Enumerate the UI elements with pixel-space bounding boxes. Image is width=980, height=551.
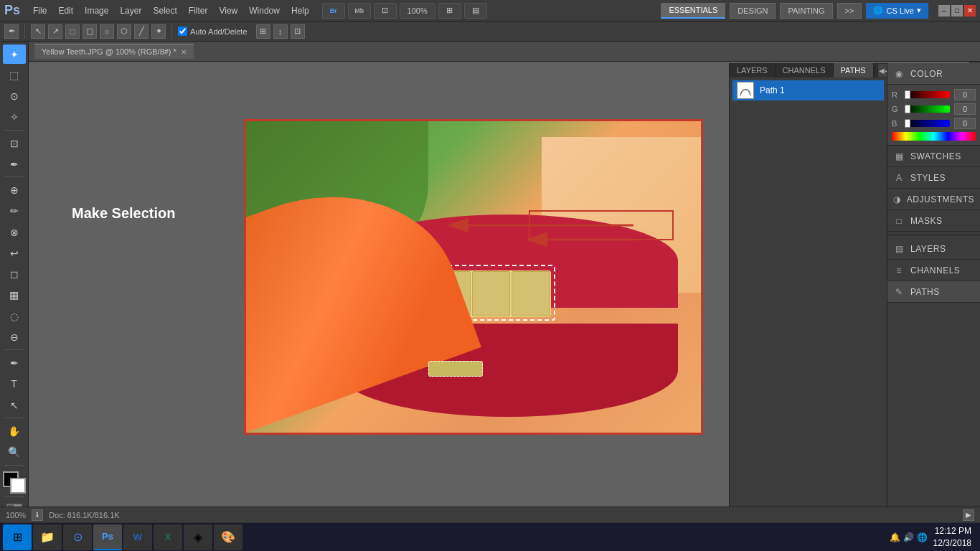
tray-volume[interactable]: 🔊 bbox=[903, 532, 914, 542]
tab-close-icon[interactable]: ✕ bbox=[181, 48, 187, 56]
tab-paths[interactable]: PATHS bbox=[834, 63, 874, 77]
styles-panel-item[interactable]: A STYLES bbox=[887, 167, 980, 189]
color-panel-item[interactable]: ◉ COLOR bbox=[887, 63, 980, 85]
system-clock[interactable]: 12:12 PM 12/3/2018 bbox=[933, 525, 971, 550]
screen-mode-icon[interactable]: ⊡ bbox=[374, 3, 397, 19]
close-button[interactable]: ✕ bbox=[964, 5, 976, 17]
slider-r[interactable] bbox=[905, 91, 950, 98]
slider-g-handle[interactable] bbox=[905, 105, 910, 113]
path-select-b[interactable]: ↗ bbox=[48, 24, 62, 39]
color-spectrum[interactable] bbox=[892, 132, 976, 141]
path-ops-icon[interactable]: ⊞ bbox=[256, 24, 270, 39]
workspace-painting[interactable]: PAINTING bbox=[780, 3, 832, 19]
tool-move[interactable]: ✦ bbox=[3, 44, 26, 64]
shape-polygon[interactable]: ⬡ bbox=[117, 24, 131, 39]
minimize-button[interactable]: – bbox=[938, 5, 950, 17]
path-select-a[interactable]: ↖ bbox=[31, 24, 45, 39]
main-layout: ✦ ⬚ ⊙ ✧ ⊡ ✒ ⊕ ✏ ⊗ ↩ ◻ ▦ ◌ ⊖ ✒ T ↖ ✋ 🔍 bbox=[0, 42, 980, 522]
background-color[interactable] bbox=[10, 478, 26, 494]
auto-add-delete-checkbox[interactable]: Auto Add/Delete bbox=[178, 27, 248, 36]
maximize-button[interactable]: □ bbox=[951, 5, 963, 17]
slider-b[interactable] bbox=[905, 120, 950, 127]
mini-bridge-icon[interactable]: Mb bbox=[348, 3, 371, 19]
channels-panel-item[interactable]: ≡ CHANNELS bbox=[887, 260, 980, 281]
status-nav-icon[interactable]: ▶ bbox=[963, 509, 974, 521]
tray-network[interactable]: 🌐 bbox=[917, 532, 928, 542]
workspace-design[interactable]: DESIGN bbox=[730, 3, 776, 19]
slider-r-handle[interactable] bbox=[905, 90, 910, 99]
menu-file[interactable]: File bbox=[27, 0, 52, 21]
menu-image[interactable]: Image bbox=[79, 0, 114, 21]
taskbar-file-explorer[interactable]: 📁 bbox=[33, 524, 62, 550]
shape-line[interactable]: ╱ bbox=[134, 24, 149, 39]
tool-eyedropper[interactable]: ✒ bbox=[3, 154, 26, 174]
tool-lasso[interactable]: ⊙ bbox=[3, 87, 26, 106]
slider-g-value[interactable]: 0 bbox=[954, 103, 976, 115]
path-combine-icon[interactable]: ⊡ bbox=[291, 24, 305, 39]
tool-brush[interactable]: ✏ bbox=[3, 202, 26, 221]
menu-select[interactable]: Select bbox=[147, 0, 182, 21]
tool-magic-wand[interactable]: ✧ bbox=[3, 108, 26, 127]
cs-live-button[interactable]: 🌐 CS Live ▾ bbox=[866, 3, 928, 19]
layout-icon[interactable]: ▤ bbox=[464, 3, 487, 19]
adjustments-panel-item[interactable]: ◑ ADJUSTMENTS bbox=[887, 189, 980, 210]
shape-ellipse[interactable]: ○ bbox=[100, 24, 114, 39]
path-align-icon[interactable]: ↕ bbox=[273, 24, 288, 39]
taskbar-app6[interactable]: ◈ bbox=[184, 524, 212, 550]
lcp-tabs: LAYERS CHANNELS PATHS ◀◀ ≡ bbox=[730, 63, 887, 77]
workspace-essentials[interactable]: ESSENTIALS bbox=[661, 3, 725, 19]
menu-layer[interactable]: Layer bbox=[114, 0, 147, 21]
menu-help[interactable]: Help bbox=[286, 0, 315, 21]
excel-icon: X bbox=[165, 532, 171, 542]
tool-gradient[interactable]: ▦ bbox=[3, 286, 26, 305]
shape-rounded[interactable]: ▢ bbox=[83, 24, 97, 39]
layers-panel-item[interactable]: ▤ LAYERS bbox=[887, 238, 980, 260]
taskbar-chrome[interactable]: ⊙ bbox=[63, 524, 92, 550]
menu-filter[interactable]: Filter bbox=[183, 0, 214, 21]
shape-custom[interactable]: ✦ bbox=[151, 24, 166, 39]
menu-window[interactable]: Window bbox=[243, 0, 286, 21]
menu-edit[interactable]: Edit bbox=[52, 0, 79, 21]
tab-layers[interactable]: LAYERS bbox=[730, 63, 776, 77]
tool-pen[interactable]: ✒ bbox=[3, 353, 26, 372]
tool-dodge[interactable]: ⊖ bbox=[3, 327, 26, 347]
taskbar-word[interactable]: W bbox=[123, 524, 152, 550]
menu-view[interactable]: View bbox=[213, 0, 243, 21]
start-button[interactable]: ⊞ bbox=[3, 524, 32, 550]
tool-crop[interactable]: ⊡ bbox=[3, 133, 26, 153]
canvas-image-area[interactable] bbox=[244, 119, 703, 435]
tool-eraser[interactable]: ◻ bbox=[3, 264, 26, 283]
tray-notify[interactable]: 🔔 bbox=[890, 532, 900, 542]
tool-blur[interactable]: ◌ bbox=[3, 306, 26, 326]
tool-path-select[interactable]: ↖ bbox=[3, 395, 26, 415]
tool-zoom[interactable]: 🔍 bbox=[3, 442, 26, 461]
slider-g[interactable] bbox=[905, 105, 950, 113]
tool-hand[interactable]: ✋ bbox=[3, 421, 26, 441]
path-item[interactable]: Path 1 bbox=[732, 80, 884, 100]
pen-tool-icon[interactable]: ✒ bbox=[4, 24, 19, 39]
tool-heal[interactable]: ⊕ bbox=[3, 180, 26, 199]
masks-panel-item[interactable]: □ MASKS bbox=[887, 210, 980, 232]
tool-history[interactable]: ↩ bbox=[3, 243, 26, 263]
workspace-more[interactable]: >> bbox=[837, 3, 862, 19]
document-tab[interactable]: Yellow Teeth.JPG @ 100% (RGB/8#) * ✕ bbox=[34, 44, 194, 59]
tool-type[interactable]: T bbox=[3, 375, 26, 394]
taskbar-photoshop[interactable]: Ps bbox=[93, 524, 122, 550]
slider-b-value[interactable]: 0 bbox=[954, 118, 976, 129]
status-info-icon[interactable]: ℹ bbox=[32, 509, 43, 521]
tool-stamp[interactable]: ⊗ bbox=[3, 222, 26, 242]
bridge-icon[interactable]: Br bbox=[322, 3, 345, 19]
taskbar-excel[interactable]: X bbox=[154, 524, 182, 550]
arrange-icon[interactable]: ⊞ bbox=[438, 3, 461, 19]
canvas-image[interactable] bbox=[244, 119, 703, 435]
paths-panel-item[interactable]: ✎ PATHS bbox=[887, 281, 980, 303]
tab-channels[interactable]: CHANNELS bbox=[776, 63, 834, 77]
slider-b-handle[interactable] bbox=[905, 119, 910, 128]
color-boxes[interactable] bbox=[3, 471, 26, 494]
tool-selection-rect[interactable]: ⬚ bbox=[3, 65, 26, 85]
slider-r-value[interactable]: 0 bbox=[954, 89, 976, 100]
zoom-input[interactable]: 100% bbox=[400, 3, 435, 19]
shape-rect[interactable]: □ bbox=[65, 24, 80, 39]
swatches-panel-item[interactable]: ▦ SWATCHES bbox=[887, 146, 980, 167]
taskbar-paint[interactable]: 🎨 bbox=[214, 524, 242, 550]
